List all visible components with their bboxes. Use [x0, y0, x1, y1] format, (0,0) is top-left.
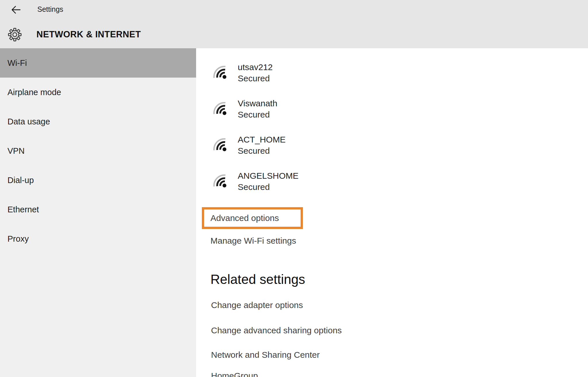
sidebar: Wi-Fi Airplane mode Data usage VPN Dial-… [0, 48, 196, 377]
sidebar-item[interactable]: Data usage [0, 107, 196, 136]
network-and-sharing-center-link[interactable]: Network and Sharing Center [211, 350, 320, 360]
wifi-signal-icon [212, 100, 229, 118]
annotation-highlight-box: Advanced options [202, 207, 303, 229]
network-status: Secured [238, 109, 277, 120]
sidebar-item[interactable]: Proxy [0, 224, 196, 253]
network-name: ACT_HOME [238, 134, 286, 145]
network-status: Secured [238, 181, 299, 193]
related-settings-heading: Related settings [210, 272, 305, 287]
sidebar-item[interactable]: VPN [0, 136, 196, 166]
wifi-network-item[interactable]: ACT_HOME Secured [212, 127, 299, 163]
change-adapter-options-link[interactable]: Change adapter options [211, 300, 303, 310]
app-title: Settings [37, 5, 63, 14]
network-name: Viswanath [238, 98, 277, 109]
header-bar: Settings NETWORK & INTERNET [0, 0, 588, 48]
sidebar-item-label: Ethernet [7, 205, 39, 214]
manage-wifi-settings-link[interactable]: Manage Wi-Fi settings [210, 236, 296, 246]
sidebar-item-label: Data usage [7, 117, 50, 126]
network-status: Secured [238, 145, 286, 156]
sidebar-item-label: Airplane mode [7, 88, 61, 97]
network-name: ANGELSHOME [238, 170, 299, 181]
wifi-signal-icon [212, 173, 229, 190]
wifi-signal-icon [212, 136, 229, 154]
page-title: NETWORK & INTERNET [36, 29, 141, 40]
back-arrow-icon [11, 5, 21, 15]
homegroup-link[interactable]: HomeGroup [211, 371, 258, 377]
change-advanced-sharing-options-link[interactable]: Change advanced sharing options [211, 325, 342, 336]
sidebar-item-label: Proxy [7, 234, 29, 244]
settings-gear-icon [8, 28, 22, 43]
sidebar-item[interactable]: Wi-Fi [0, 48, 196, 78]
sidebar-item-label: Wi-Fi [7, 58, 27, 68]
sidebar-item-label: Dial-up [7, 176, 34, 185]
sidebar-item[interactable]: Ethernet [0, 195, 196, 224]
network-status: Secured [238, 73, 273, 84]
wifi-network-item[interactable]: Viswanath Secured [212, 91, 299, 127]
sidebar-item[interactable]: Dial-up [0, 166, 196, 195]
sidebar-item[interactable]: Airplane mode [0, 78, 196, 107]
sidebar-item-label: VPN [7, 146, 25, 156]
back-button[interactable] [9, 4, 22, 16]
advanced-options-link[interactable]: Advanced options [210, 213, 279, 223]
network-name: utsav212 [238, 62, 273, 73]
wifi-network-list: utsav212 Secured Viswanath Secured [212, 55, 299, 199]
wifi-network-item[interactable]: ANGELSHOME Secured [212, 163, 299, 199]
wifi-network-item[interactable]: utsav212 Secured [212, 55, 299, 91]
wifi-signal-icon [212, 64, 229, 82]
